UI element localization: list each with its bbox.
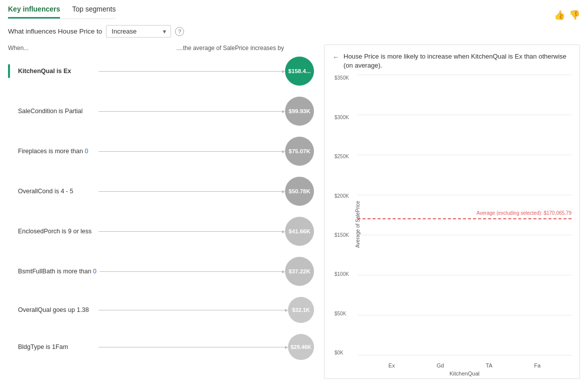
back-arrow-icon[interactable]: ← xyxy=(332,53,340,63)
question-prefix: What influences House Price to xyxy=(8,28,102,35)
tab-row: Key influencers Top segments 👍 👎 xyxy=(8,5,580,25)
bubble-bldgtype: $29.46K xyxy=(288,334,314,360)
influence-dropdown[interactable]: Increase Decrease xyxy=(106,25,171,38)
line-connector-5 xyxy=(100,271,282,272)
x-label-fa: Fa xyxy=(534,362,540,368)
tabs: Key influencers Top segments xyxy=(8,5,116,19)
bubble-overallcond: $50.78K xyxy=(285,177,314,206)
x-label-ex: Ex xyxy=(388,362,395,368)
influencer-row-overallqual[interactable]: OverallQual goes up 1.38 $32.1K xyxy=(8,297,314,323)
influencer-label-salecondition: SaleCondition is Partial xyxy=(8,108,96,115)
influencer-label-fireplaces: Fireplaces is more than 0 xyxy=(8,148,96,155)
y-label-100k: $100K xyxy=(334,271,349,277)
influencer-row-fireplaces[interactable]: Fireplaces is more than 0 $75.07K xyxy=(8,137,314,166)
thumbs-up-icon[interactable]: 👍 xyxy=(554,10,565,21)
x-axis-title: KitchenQual xyxy=(450,370,480,376)
y-label-200k: $200K xyxy=(334,193,349,199)
x-axis-labels: Ex Gd TA Fa xyxy=(358,362,572,368)
influencer-label-overallcond: OverallCond is 4 - 5 xyxy=(8,188,96,195)
line-connector-1 xyxy=(98,111,282,112)
left-panel: When... ....the average of SalePrice inc… xyxy=(8,45,318,379)
right-panel-description: House Price is more likely to increase w… xyxy=(344,52,572,70)
thumbs-down-icon[interactable]: 👎 xyxy=(569,10,580,21)
influencer-label-enclosedporch: EnclosedPorch is 9 or less xyxy=(8,228,96,235)
line-connector-4 xyxy=(98,231,282,232)
chart-inner: $350K $300K $250K $200K $150K $100K $50K… xyxy=(358,75,572,355)
x-label-ta: TA xyxy=(486,362,492,368)
dropdown-wrapper: Increase Decrease ▼ xyxy=(106,25,171,38)
bubble-enclosedporch: $41.66K xyxy=(285,217,314,246)
influencer-label-kitchenqual: KitchenQual is Ex xyxy=(8,68,96,75)
main-content: When... ....the average of SalePrice inc… xyxy=(8,45,580,379)
influencer-row-bldgtype[interactable]: BldgType is 1Fam $29.46K xyxy=(8,334,314,360)
tab-key-influencers[interactable]: Key influencers xyxy=(8,5,60,19)
influencer-row-overallcond[interactable]: OverallCond is 4 - 5 $50.78K xyxy=(8,177,314,206)
when-header: When... xyxy=(8,45,28,52)
bubble-fireplaces: $75.07K xyxy=(285,137,314,166)
influencer-row-salecondition[interactable]: SaleCondition is Partial $99.93K xyxy=(8,97,314,126)
y-label-150k: $150K xyxy=(334,232,349,238)
main-container: Key influencers Top segments 👍 👎 What in… xyxy=(0,0,588,384)
avg-header: ....the average of SalePrice increases b… xyxy=(176,45,284,52)
influencer-label-bsmtfullbath: BsmtFullBath is more than 0 xyxy=(8,268,96,275)
y-label-50k: $50K xyxy=(334,311,349,316)
bubble-salecondition: $99.93K xyxy=(285,97,314,126)
bars-container xyxy=(358,75,572,355)
chart-area: Average of SalePrice $350K $300K $250K $… xyxy=(332,75,572,373)
influencer-label-overallqual: OverallQual goes up 1.38 xyxy=(8,306,96,313)
y-label-300k: $300K xyxy=(334,115,349,120)
line-connector-3 xyxy=(98,191,282,192)
bubble-overallqual: $32.1K xyxy=(288,297,314,323)
highlight-bar xyxy=(8,64,10,78)
tab-top-segments[interactable]: Top segments xyxy=(72,5,116,19)
y-label-0k: $0K xyxy=(334,350,349,355)
y-label-350k: $350K xyxy=(334,75,349,81)
line-connector-2 xyxy=(98,151,282,152)
influencer-row-kitchenqual[interactable]: KitchenQual is Ex $158.4... xyxy=(8,57,314,86)
bubble-kitchenqual: $158.4... xyxy=(285,57,314,86)
header-icons: 👍 👎 xyxy=(554,10,580,21)
influencer-label-bldgtype: BldgType is 1Fam xyxy=(8,343,96,350)
line-connector-0 xyxy=(98,71,282,72)
question-row: What influences House Price to Increase … xyxy=(8,25,580,38)
line-connector-7 xyxy=(98,347,285,347)
right-panel-header: ← House Price is more likely to increase… xyxy=(332,52,572,70)
influencer-row-enclosedporch[interactable]: EnclosedPorch is 9 or less $41.66K xyxy=(8,217,314,246)
y-labels: $350K $300K $250K $200K $150K $100K $50K… xyxy=(334,75,349,355)
x-label-gd: Gd xyxy=(436,362,444,368)
line-connector-6 xyxy=(98,310,285,310)
right-panel: ← House Price is more likely to increase… xyxy=(324,45,580,379)
column-headers: When... ....the average of SalePrice inc… xyxy=(8,45,314,52)
help-icon[interactable]: ? xyxy=(175,27,184,36)
bubble-bsmtfullbath: $37.22K xyxy=(285,257,314,286)
y-label-250k: $250K xyxy=(334,154,349,159)
influencer-row-bsmtfullbath[interactable]: BsmtFullBath is more than 0 $37.22K xyxy=(8,257,314,286)
